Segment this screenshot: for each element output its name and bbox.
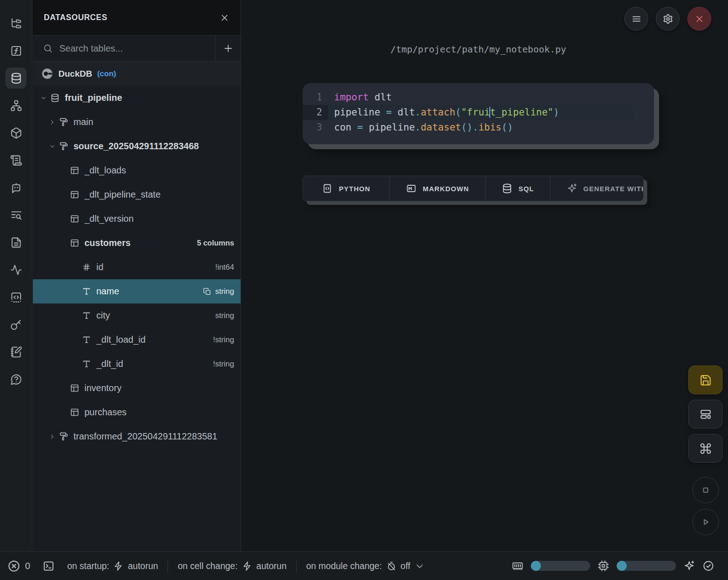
tree-item-type: 5 columns	[197, 239, 234, 247]
zap-icon	[113, 561, 124, 571]
hash-icon	[82, 262, 91, 272]
tree-item-label: main	[73, 117, 234, 127]
tree-item-purchases[interactable]: purchases	[33, 400, 241, 424]
memory-usage-meter[interactable]	[531, 561, 590, 571]
tree-item-customers[interactable]: customers5 columns	[33, 231, 241, 255]
rail-item-notebook-pen[interactable]	[5, 341, 26, 362]
add-cell-sql[interactable]: SQL	[486, 176, 550, 201]
setting-value: autorun	[257, 561, 287, 571]
settings-button[interactable]	[656, 7, 680, 31]
add-datasource-button[interactable]	[215, 36, 241, 61]
database-icon	[50, 93, 60, 103]
cpu-usage-meter[interactable]	[617, 561, 676, 571]
tree-item-city[interactable]: citystring	[33, 303, 241, 328]
runtime-setting-1[interactable]: on startup:autorun	[67, 561, 158, 571]
search-input[interactable]	[58, 43, 215, 54]
stop-button[interactable]	[692, 477, 719, 503]
tree-item-label: _dlt_id	[96, 359, 213, 369]
add-cell-python[interactable]: PYTHON	[303, 176, 390, 201]
save-button[interactable]	[688, 366, 723, 394]
tree-item-_dlt_loads[interactable]: _dlt_loads	[33, 158, 241, 183]
notebook-area: /tmp/project/path/my_notebook.py 1import…	[241, 0, 728, 551]
chevron-down-icon	[48, 143, 56, 150]
menu-icon	[631, 14, 642, 24]
table-icon	[70, 190, 79, 199]
rail-item-database[interactable]	[5, 68, 26, 89]
tree-item-_dlt_pipeline_state[interactable]: _dlt_pipeline_state	[33, 183, 241, 207]
chevron-right-icon	[48, 119, 56, 125]
tree-item-meta: string	[203, 287, 234, 296]
rail-item-file-text[interactable]	[5, 232, 26, 253]
menu-button[interactable]	[624, 7, 648, 31]
terminal-button[interactable]	[42, 560, 55, 572]
rail-item-package-box[interactable]	[5, 122, 26, 143]
run-button[interactable]	[692, 509, 719, 535]
connection-row-duckdb[interactable]: DuckDB (con)	[33, 62, 241, 86]
rail-item-bot-chat[interactable]	[5, 177, 26, 198]
close-panel-icon[interactable]	[220, 13, 230, 23]
error-indicator[interactable]: 0	[7, 559, 30, 573]
tree-item-inventory[interactable]: inventory	[33, 376, 241, 400]
bot-chat-icon	[10, 182, 22, 194]
close-icon	[694, 14, 705, 24]
runtime-setting-3[interactable]: on module change:off	[306, 561, 425, 571]
code-cell[interactable]: 1import dlt2pipeline = dlt.attach("fruit…	[303, 83, 654, 144]
rail-item-help-chat[interactable]	[5, 369, 26, 390]
code-content: import dlt	[328, 90, 633, 105]
divider	[168, 559, 168, 573]
tree-item-source_202504291112283468[interactable]: source_202504291112283468	[33, 134, 241, 158]
runtime-setting-2[interactable]: on cell change:autorun	[178, 561, 286, 571]
tree-item-label: fruit_pipeline	[65, 93, 234, 103]
command-palette-button[interactable]	[688, 434, 723, 463]
rail-item-network[interactable]	[5, 95, 26, 116]
paint-roller-icon	[59, 117, 68, 127]
check-circle-button[interactable]	[702, 560, 714, 572]
tree-item-type: !string	[213, 360, 234, 369]
setting-value: off	[401, 561, 410, 571]
rail-item-file-tree[interactable]	[5, 13, 26, 34]
notebook-file-path: /tmp/project/path/my_notebook.py	[303, 44, 654, 55]
rail-item-key[interactable]	[5, 314, 26, 335]
panel-title: DATASOURCES	[44, 13, 107, 22]
notebook-pen-icon	[10, 346, 22, 358]
tree-item-main[interactable]: main	[33, 110, 241, 134]
connection-alias: (con)	[97, 69, 116, 78]
shutdown-button[interactable]	[687, 7, 711, 31]
panel-header: DATASOURCES	[33, 0, 241, 36]
list-search-icon	[10, 209, 22, 221]
code-line: 2pipeline = dlt.attach("fruit_pipeline")	[303, 105, 654, 120]
sparkles-button[interactable]	[683, 560, 695, 572]
tree-item-_dlt_load_id[interactable]: _dlt_load_id!string	[33, 328, 241, 352]
tree-item-fruit_pipeline[interactable]: fruit_pipeline	[33, 86, 241, 110]
plus-icon	[223, 43, 234, 54]
tree-item-type: string	[215, 287, 234, 296]
tree-item-name[interactable]: namestring	[33, 279, 241, 303]
rail-item-function-square[interactable]	[5, 40, 26, 61]
scroll-text-icon	[10, 154, 22, 167]
rail-item-code-scratchpad[interactable]	[5, 287, 26, 308]
line-number: 2	[303, 105, 328, 120]
tree-item-id[interactable]: id!int64	[33, 255, 241, 279]
command-icon	[699, 442, 712, 455]
code-line: 1import dlt	[303, 90, 654, 105]
database-icon	[502, 183, 513, 194]
layout-button[interactable]	[688, 400, 723, 428]
rail-item-scroll-text[interactable]	[5, 150, 26, 171]
memory-icon	[512, 560, 524, 572]
tree-item-_dlt_id[interactable]: _dlt_id!string	[33, 352, 241, 376]
help-chat-icon	[10, 373, 22, 386]
datasources-panel: DATASOURCES DuckDB (con) fruit_pipelinem…	[33, 0, 241, 551]
rail-item-list-search[interactable]	[5, 204, 26, 225]
rail-item-activity[interactable]	[5, 259, 26, 280]
network-icon	[10, 99, 22, 112]
cpu-icon	[597, 560, 609, 572]
python-code-icon	[322, 183, 333, 194]
tree-item-_dlt_version[interactable]: _dlt_version	[33, 207, 241, 231]
tree-item-label: source_202504291112283468	[73, 141, 234, 152]
sparkles-icon	[566, 183, 577, 194]
add-cell-generate-with-ai[interactable]: GENERATE WITH AI	[550, 176, 644, 201]
tree-item-transformed_202504291112283581[interactable]: transformed_202504291112283581	[33, 424, 241, 449]
tree-item-meta: 5 columns	[197, 239, 234, 247]
add-cell-markdown[interactable]: MARKDOWN	[390, 176, 486, 201]
setting-value: autorun	[128, 561, 158, 571]
